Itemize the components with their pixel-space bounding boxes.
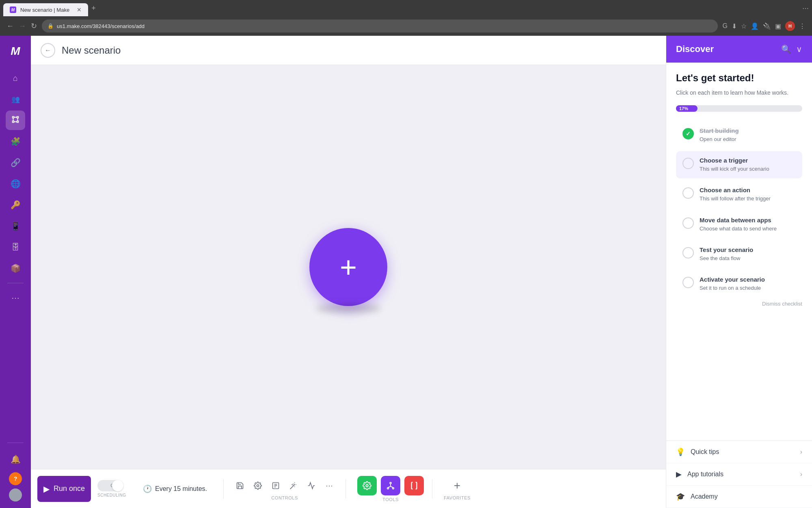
toggle-knob bbox=[112, 480, 123, 491]
flow-control-button[interactable] bbox=[303, 478, 320, 494]
checklist-item-move-data[interactable]: Move data between apps Choose what data … bbox=[676, 211, 802, 238]
data-icon: 🗄 bbox=[11, 243, 19, 252]
toolbar-separator-1 bbox=[223, 479, 224, 499]
sidebar-bottom: 🔔 ? bbox=[6, 439, 25, 501]
sidebar-item-data[interactable]: 🗄 bbox=[6, 237, 25, 257]
checklist-item-activate-scenario[interactable]: Activate your scenario Set it to run on … bbox=[676, 270, 802, 297]
checklist-desc-start-building: Open our editor bbox=[700, 136, 796, 143]
app-tutorials-icon: ▶ bbox=[676, 470, 682, 479]
panel-body: Let's get started! Click on each item to… bbox=[666, 63, 812, 441]
lock-icon: 🔒 bbox=[48, 23, 54, 29]
checklist-text-test-scenario: Test your scenario See the data flow bbox=[700, 246, 796, 262]
settings-control-button[interactable] bbox=[250, 478, 266, 494]
tools-gear-button[interactable] bbox=[357, 476, 377, 495]
sidebar-item-packages[interactable]: 📦 bbox=[6, 258, 25, 278]
reload-nav-button[interactable]: ↻ bbox=[31, 22, 37, 30]
check-circle-choose-trigger bbox=[682, 158, 694, 169]
scenario-canvas[interactable]: + bbox=[31, 65, 666, 469]
run-once-button[interactable]: ▶ Run once bbox=[37, 476, 91, 502]
toggle-group: OFF bbox=[97, 480, 123, 491]
add-favorite-button[interactable]: + bbox=[449, 478, 465, 494]
save-control-button[interactable] bbox=[232, 478, 248, 494]
checklist-title-test-scenario: Test your scenario bbox=[700, 246, 796, 253]
tools-label: TOOLS bbox=[382, 497, 399, 502]
connections-icon: 🔗 bbox=[11, 158, 21, 167]
browser-user-avatar[interactable]: H bbox=[785, 21, 795, 31]
back-button[interactable]: ← bbox=[41, 43, 55, 58]
checklist-item-choose-trigger[interactable]: Choose a trigger This will kick off your… bbox=[676, 151, 802, 178]
notes-control-button[interactable] bbox=[268, 478, 284, 494]
extension2-icon[interactable]: 🔌 bbox=[763, 22, 771, 30]
sidebar-item-scenarios[interactable] bbox=[6, 111, 25, 130]
app-tutorials-arrow-icon: › bbox=[800, 471, 802, 478]
panel-collapse-button[interactable]: ∨ bbox=[796, 44, 802, 54]
progress-bar-container: 17% bbox=[676, 105, 802, 112]
checklist-title-choose-trigger: Choose a trigger bbox=[700, 157, 796, 164]
new-tab-button[interactable]: + bbox=[91, 4, 96, 13]
checklist-item-start-building[interactable]: Start building Open our editor bbox=[676, 122, 802, 149]
panel-title: Discover bbox=[676, 44, 714, 54]
app-tutorials-label: App tutorials bbox=[687, 471, 795, 478]
sidebar-logo[interactable]: M bbox=[6, 42, 24, 60]
global-icon: 🌐 bbox=[11, 179, 21, 189]
checklist-text-choose-action: Choose an action This will follow after … bbox=[700, 187, 796, 202]
panel-header: Discover 🔍 ∨ bbox=[666, 36, 812, 63]
more-control-button[interactable]: ⋯ bbox=[321, 478, 337, 494]
sidebar-item-connections[interactable]: 🔗 bbox=[6, 153, 25, 172]
main-content: ← New scenario + ▶ Run once OFF bbox=[31, 36, 666, 508]
tools-bracket-button[interactable] bbox=[404, 476, 424, 495]
browser-menu-icon[interactable]: ⋮ bbox=[799, 22, 806, 30]
split-view-icon[interactable]: ▣ bbox=[775, 22, 781, 30]
address-bar[interactable]: 🔒 us1.make.com/382443/scenarios/add bbox=[42, 20, 718, 33]
checklist-item-choose-action[interactable]: Choose an action This will follow after … bbox=[676, 181, 802, 208]
browser-tabs: M New scenario | Make ✕ + ⋯ bbox=[0, 0, 812, 16]
tab-menu-icon[interactable]: ⋯ bbox=[802, 4, 809, 12]
profile-icon[interactable]: 👤 bbox=[751, 22, 759, 30]
sidebar-item-apps[interactable]: 🧩 bbox=[6, 132, 25, 151]
checklist-desc-choose-trigger: This will kick off your scenario bbox=[700, 165, 796, 173]
panel-search-button[interactable]: 🔍 bbox=[781, 44, 791, 54]
tab-close-icon[interactable]: ✕ bbox=[77, 7, 82, 13]
sidebar-item-more[interactable]: ⋯ bbox=[6, 288, 25, 308]
add-module-button[interactable]: + bbox=[309, 228, 387, 306]
extension-icon[interactable]: ⬇ bbox=[732, 22, 737, 30]
sidebar: M ⌂ 👥 🧩 🔗 🌐 🔑 📱 bbox=[0, 36, 31, 508]
right-panel: Discover 🔍 ∨ Let's get started! Click on… bbox=[666, 36, 812, 508]
checklist-item-test-scenario[interactable]: Test your scenario See the data flow bbox=[676, 241, 802, 268]
app-tutorials-item[interactable]: ▶ App tutorials › bbox=[666, 463, 812, 486]
scenario-toggle[interactable]: OFF bbox=[97, 480, 123, 491]
google-icon[interactable]: G bbox=[723, 22, 728, 30]
quick-tips-item[interactable]: 💡 Quick tips › bbox=[666, 441, 812, 463]
svg-point-6 bbox=[366, 484, 368, 487]
svg-point-7 bbox=[390, 482, 391, 484]
wand-control-button[interactable] bbox=[285, 478, 302, 494]
schedule-group: 🕐 Every 15 minutes. bbox=[143, 484, 207, 493]
active-tab[interactable]: M New scenario | Make ✕ bbox=[3, 3, 88, 16]
schedule-text[interactable]: Every 15 minutes. bbox=[155, 485, 207, 493]
checklist-text-start-building: Start building Open our editor bbox=[700, 127, 796, 143]
toolbar-separator-2 bbox=[346, 479, 346, 499]
scheduling-label: SCHEDULING bbox=[97, 493, 126, 497]
sidebar-item-devices[interactable]: 📱 bbox=[6, 216, 25, 236]
devices-icon: 📱 bbox=[11, 221, 21, 231]
bookmark-icon[interactable]: ☆ bbox=[741, 22, 747, 30]
sidebar-item-team[interactable]: 👥 bbox=[6, 89, 25, 109]
run-icon: ▶ bbox=[43, 484, 50, 494]
sidebar-item-global[interactable]: 🌐 bbox=[6, 174, 25, 193]
run-once-label: Run once bbox=[54, 484, 85, 493]
sidebar-notifications[interactable]: 🔔 bbox=[6, 449, 25, 469]
back-nav-button[interactable]: ← bbox=[6, 22, 14, 30]
sidebar-help-button[interactable]: ? bbox=[9, 472, 22, 485]
home-icon: ⌂ bbox=[13, 74, 18, 83]
panel-section-title: Let's get started! bbox=[676, 72, 802, 84]
sidebar-item-home[interactable]: ⌂ bbox=[6, 68, 25, 88]
dismiss-checklist-button[interactable]: Dismiss checklist bbox=[676, 301, 802, 307]
academy-item[interactable]: 🎓 Academy bbox=[666, 486, 812, 508]
controls-section: ⋯ CONTROLS bbox=[227, 478, 342, 500]
tools-network-button[interactable] bbox=[381, 476, 400, 495]
scenarios-icon bbox=[11, 115, 20, 126]
sidebar-user-avatar[interactable] bbox=[9, 488, 22, 501]
progress-label: 17% bbox=[679, 105, 688, 112]
forward-nav-button[interactable]: → bbox=[19, 22, 26, 30]
sidebar-item-keys[interactable]: 🔑 bbox=[6, 195, 25, 215]
